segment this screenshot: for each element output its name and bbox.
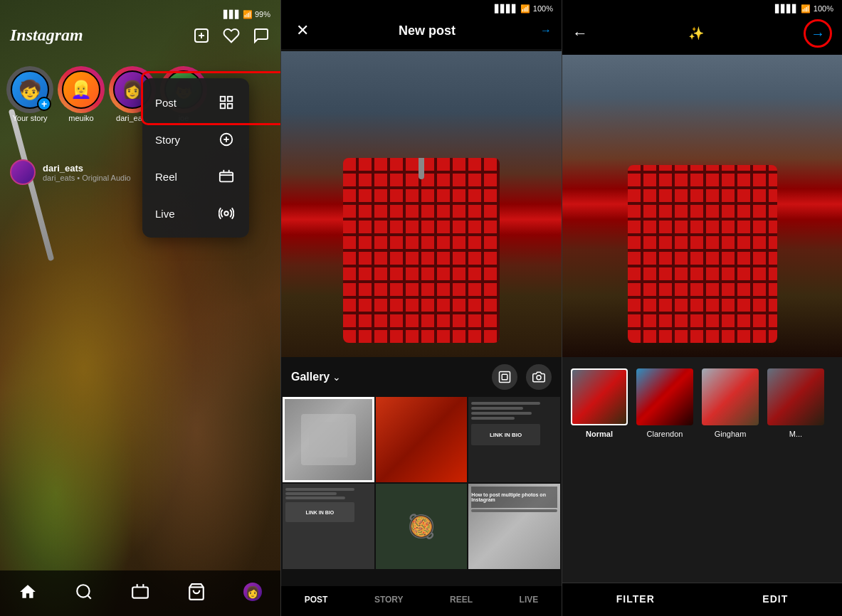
filter-section: Normal Clarendon Gingham M... xyxy=(562,357,842,444)
plaid-pattern xyxy=(343,158,500,343)
story-item-meuiko[interactable]: 👱‍♀️ meuiko xyxy=(60,68,102,122)
nav-profile-button[interactable]: 👩 xyxy=(238,578,267,606)
signal-icon-3: ▋▋▋▋ xyxy=(775,4,798,14)
wifi-icon: 📶 xyxy=(243,10,253,19)
svg-rect-17 xyxy=(132,588,148,598)
filter-label-normal: Normal xyxy=(586,430,613,438)
dropdown-reel-label: Reel xyxy=(155,171,177,183)
new-post-action-bar: ✕ New post → xyxy=(281,15,562,49)
add-story-badge: + xyxy=(37,97,51,111)
tab-reel[interactable]: REEL xyxy=(444,592,478,607)
svg-line-16 xyxy=(88,595,91,599)
multi-select-button[interactable] xyxy=(492,364,517,390)
dropdown-story-label: Story xyxy=(155,134,180,146)
messenger-button[interactable] xyxy=(252,26,270,45)
gallery-thumb-2[interactable] xyxy=(376,397,468,482)
filter-thumb-normal xyxy=(571,368,628,425)
svg-point-15 xyxy=(77,585,89,597)
filter-label-gingham: Gingham xyxy=(715,430,747,438)
signal-icon: ▋▋▋ xyxy=(223,10,241,19)
story-item-your-story[interactable]: 🧒 + Your story xyxy=(9,68,51,122)
filter-thumb-clarendon xyxy=(636,368,693,425)
filter-thumb-gingham xyxy=(702,368,759,425)
tab-story[interactable]: STORY xyxy=(369,592,409,607)
story-label-meuiko: meuiko xyxy=(68,114,93,122)
filter-edit-header: ▋▋▋▋ 📶 100% ← ✨ → xyxy=(562,0,842,55)
magic-wand-button[interactable]: ✨ xyxy=(688,26,704,41)
dropdown-item-post[interactable]: Post xyxy=(142,84,249,121)
avatar-meuiko: 👱‍♀️ xyxy=(62,70,100,109)
wifi-icon-2: 📶 xyxy=(520,4,530,14)
filter-label-clarendon: Clarendon xyxy=(647,430,683,438)
dropdown-live-label: Live xyxy=(155,208,175,220)
dropdown-item-story[interactable]: Story xyxy=(142,121,249,158)
filter-item-normal[interactable]: Normal xyxy=(571,368,628,438)
reel-icon xyxy=(216,166,236,186)
instagram-nav-bar: Instagram xyxy=(10,23,270,51)
status-bar-3: ▋▋▋▋ 📶 100% xyxy=(562,0,842,15)
status-bar: ▋▋▋ 📶 99% xyxy=(10,6,270,23)
svg-point-14 xyxy=(224,211,228,216)
panel-instagram-feed: ▋▋▋ 📶 99% Instagram xyxy=(0,0,280,616)
bottom-navigation: 👩 xyxy=(0,570,280,616)
status-bar-2: ▋▋▋▋ 📶 100% xyxy=(281,0,562,15)
gallery-thumb-6[interactable]: How to post multiple photos on Instagram xyxy=(468,484,560,569)
tab-post[interactable]: POST xyxy=(299,592,334,607)
filter-item-clarendon[interactable]: Clarendon xyxy=(636,368,693,438)
svg-rect-21 xyxy=(500,372,510,383)
create-dropdown-menu: Post Story Reel xyxy=(142,78,249,238)
signal-icon-2: ▋▋▋▋ xyxy=(495,4,517,14)
new-post-title: New post xyxy=(399,23,456,38)
nav-search-button[interactable] xyxy=(70,578,98,606)
tab-live[interactable]: LIVE xyxy=(514,592,544,607)
nav-icons-group xyxy=(192,26,270,45)
nav-reels-button[interactable] xyxy=(126,578,154,606)
gallery-thumb-3[interactable]: LINK IN BIO xyxy=(468,397,560,482)
p3-food-box xyxy=(628,165,777,343)
filter-item-m[interactable]: M... xyxy=(767,368,824,438)
story-avatar-wrap-your-story: 🧒 + xyxy=(9,68,51,111)
filter-photo-preview xyxy=(562,51,842,357)
wifi-icon-3: 📶 xyxy=(801,4,811,14)
back-button[interactable]: ← xyxy=(572,24,588,43)
gallery-thumb-1[interactable] xyxy=(283,397,374,482)
dropdown-item-live[interactable]: Live xyxy=(142,195,249,232)
gallery-title-button[interactable]: Gallery ⌄ xyxy=(291,371,341,383)
next-arrow-icon: → xyxy=(811,26,825,42)
edit-tab-button[interactable]: EDIT xyxy=(762,593,788,605)
panel-new-post: ▋▋▋▋ 📶 100% ✕ New post → Gallery ⌄ xyxy=(280,0,562,616)
p3-plaid-pattern xyxy=(628,165,777,343)
battery-label-3: 100% xyxy=(814,4,833,14)
story-avatar-wrap-meuiko: 👱‍♀️ xyxy=(60,68,102,111)
story-label-your-story: Your story xyxy=(12,114,47,122)
edit-bar-left-icons: ← xyxy=(572,24,588,43)
gallery-grid: LINK IN BIO LINK IN BIO 🥘 H xyxy=(281,397,562,569)
gallery-thumb-5[interactable]: 🥘 xyxy=(376,484,468,569)
post-user-avatar xyxy=(10,159,36,185)
food-box-decoration xyxy=(343,158,500,343)
filter-tab-button[interactable]: FILTER xyxy=(616,593,655,605)
nav-home-button[interactable] xyxy=(14,578,42,606)
heart-button[interactable] xyxy=(222,26,241,45)
chevron-down-icon: ⌄ xyxy=(332,371,341,383)
gallery-title-text: Gallery xyxy=(291,371,330,383)
dropdown-item-reel[interactable]: Reel xyxy=(142,158,249,195)
nav-shop-button[interactable] xyxy=(182,578,211,606)
next-button[interactable]: → xyxy=(540,24,552,37)
add-post-button[interactable] xyxy=(192,26,211,45)
food-box-handle xyxy=(419,158,424,179)
bottom-tabs: POST STORY REEL LIVE xyxy=(281,586,562,616)
svg-rect-22 xyxy=(502,374,507,380)
edit-action-bar: ← ✨ → xyxy=(562,15,842,55)
dropdown-post-label: Post xyxy=(155,97,177,109)
gallery-thumb-4[interactable]: LINK IN BIO xyxy=(283,484,374,569)
next-circle-button[interactable]: → xyxy=(804,19,832,48)
svg-point-23 xyxy=(537,376,541,380)
filter-item-gingham[interactable]: Gingham xyxy=(702,368,759,438)
svg-rect-10 xyxy=(220,173,233,182)
close-button[interactable]: ✕ xyxy=(291,19,314,42)
panel1-header: ▋▋▋ 📶 99% Instagram xyxy=(0,0,280,51)
svg-rect-3 xyxy=(221,97,225,101)
camera-button[interactable] xyxy=(526,364,552,390)
status-icons: ▋▋▋ 📶 99% xyxy=(223,10,270,19)
